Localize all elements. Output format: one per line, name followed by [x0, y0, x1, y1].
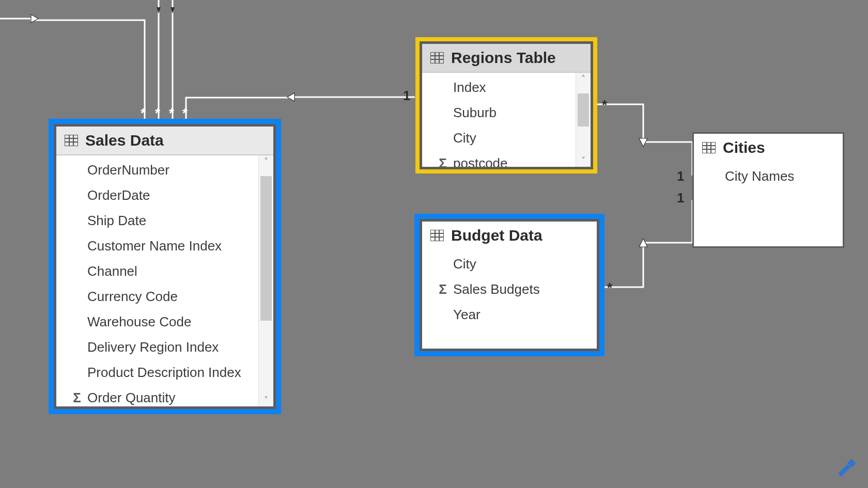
field-row[interactable]: Product Description Index	[56, 360, 259, 385]
table-cities[interactable]: Cities City Names	[692, 132, 844, 248]
scrollbar[interactable]: ˄ ˅	[576, 73, 591, 167]
field-row[interactable]: Currency Code	[56, 284, 259, 309]
field-row[interactable]: ΣOrder Quantity	[56, 385, 259, 406]
cardinality-one-label: 1	[403, 88, 410, 104]
svg-rect-6	[65, 135, 78, 146]
field-row[interactable]: Warehouse Code	[56, 309, 259, 335]
table-icon	[702, 142, 716, 153]
field-row[interactable]: City Names	[694, 164, 843, 189]
cardinality-many-label: *	[602, 97, 607, 113]
field-row[interactable]: City	[422, 251, 597, 277]
table-fields-budget: City ΣSales Budgets Year	[422, 249, 597, 349]
cardinality-many-marker: *	[155, 105, 160, 121]
svg-marker-26	[838, 464, 850, 477]
scroll-down-icon[interactable]: ˅	[264, 394, 268, 406]
scroll-up-icon[interactable]: ˄	[581, 73, 585, 85]
field-row[interactable]: Σpostcode	[422, 151, 576, 167]
table-fields-regions: Index Suburb City Σpostcode ˄ ˅	[422, 73, 591, 167]
field-row[interactable]: Suburb	[422, 100, 576, 125]
field-row[interactable]: Year	[422, 302, 597, 327]
field-row[interactable]: Ship Date	[56, 208, 259, 233]
svg-rect-21	[702, 142, 716, 153]
svg-marker-5	[639, 239, 647, 247]
svg-rect-16	[430, 230, 444, 241]
scroll-thumb[interactable]	[260, 176, 272, 321]
table-header[interactable]: Cities	[694, 134, 843, 162]
field-row[interactable]: Customer Name Index	[56, 233, 259, 259]
scroll-up-icon[interactable]: ˄	[264, 155, 268, 168]
scroll-thumb[interactable]	[578, 93, 589, 127]
sigma-icon: Σ	[432, 155, 453, 167]
field-row[interactable]: Channel	[56, 259, 259, 284]
cardinality-many-marker: *	[169, 105, 174, 121]
cardinality-many-marker: *	[182, 105, 188, 121]
model-canvas[interactable]: * * * * 1 * 1 1 * Sales Data OrderNumber…	[0, 0, 868, 488]
field-row[interactable]: OrderNumber	[56, 158, 259, 183]
svg-marker-0	[31, 14, 38, 23]
field-row[interactable]: OrderDate	[56, 183, 259, 208]
table-header[interactable]: Regions Table	[422, 44, 591, 73]
table-budget-data[interactable]: Budget Data City ΣSales Budgets Year	[420, 219, 599, 351]
cardinality-one-label: 1	[677, 190, 684, 206]
table-title: Budget Data	[451, 227, 542, 244]
field-row[interactable]: ΣSales Budgets	[422, 277, 597, 302]
table-icon	[430, 230, 444, 241]
table-title: Cities	[723, 139, 765, 156]
field-row[interactable]: Delivery Region Index	[56, 335, 259, 360]
svg-marker-1	[157, 7, 161, 13]
cardinality-many-label: *	[607, 280, 612, 296]
table-title: Sales Data	[85, 132, 164, 149]
table-icon	[430, 52, 444, 64]
svg-marker-2	[171, 7, 175, 13]
table-fields-sales: OrderNumber OrderDate Ship Date Customer…	[56, 155, 273, 406]
svg-marker-3	[287, 93, 295, 101]
table-fields-cities: City Names	[694, 162, 843, 246]
table-sales-data[interactable]: Sales Data OrderNumber OrderDate Ship Da…	[54, 124, 276, 409]
table-title: Regions Table	[451, 49, 556, 67]
cardinality-one-label: 1	[677, 168, 684, 184]
sigma-icon: Σ	[67, 390, 87, 406]
cardinality-many-marker: *	[141, 105, 146, 121]
table-icon	[65, 135, 78, 146]
table-regions[interactable]: Regions Table Index Suburb City Σpostcod…	[420, 41, 593, 169]
field-row[interactable]: Index	[422, 75, 576, 100]
svg-marker-4	[639, 138, 647, 147]
table-header[interactable]: Sales Data	[56, 127, 273, 155]
scroll-down-icon[interactable]: ˅	[581, 154, 585, 167]
cursor-icon	[835, 457, 857, 479]
sigma-icon: Σ	[432, 281, 453, 297]
svg-rect-11	[430, 52, 444, 64]
field-row[interactable]: City	[422, 125, 576, 151]
table-header[interactable]: Budget Data	[422, 222, 597, 249]
scrollbar[interactable]: ˄ ˅	[258, 155, 273, 406]
